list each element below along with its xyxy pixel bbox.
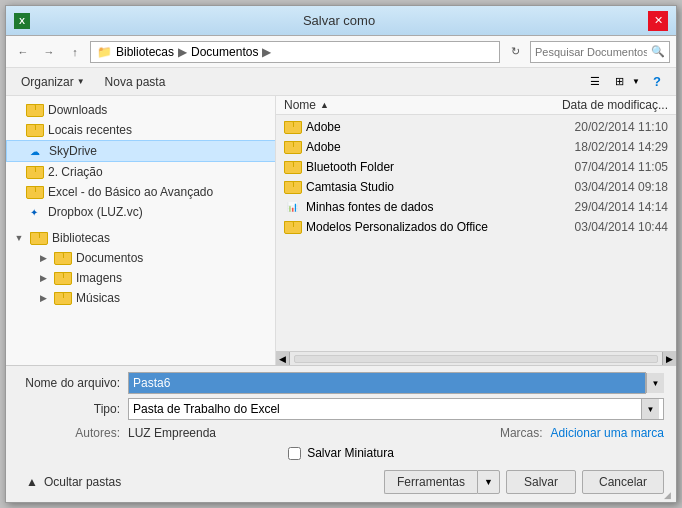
col-date-header[interactable]: Data de modificaç... <box>508 98 668 112</box>
folder-icon-criacao <box>26 166 42 179</box>
organize-button[interactable]: Organizar ▼ <box>14 72 92 92</box>
new-folder-button[interactable]: Nova pasta <box>98 72 173 92</box>
file-date: 18/02/2014 14:29 <box>508 140 668 154</box>
sidebar-label-downloads: Downloads <box>48 103 107 117</box>
file-folder-icon <box>284 141 300 154</box>
sidebar-item-criacao[interactable]: 2. Criação <box>6 162 276 182</box>
sidebar-item-skydrive[interactable]: ☁ SkyDrive <box>6 140 276 162</box>
file-name-bluetooth: Bluetooth Folder <box>306 160 502 174</box>
hide-label: Ocultar pastas <box>44 475 121 489</box>
cancel-label: Cancelar <box>599 475 647 489</box>
sidebar-item-musicas[interactable]: ▶ Músicas <box>6 288 276 308</box>
breadcrumb-part2[interactable]: Documentos <box>191 45 258 59</box>
file-folder-icon <box>284 221 300 234</box>
action-buttons: Ferramentas ▼ Salvar Cancelar <box>135 470 664 494</box>
bottom-area: Nome do arquivo: ▼ Tipo: Pasta de Trabal… <box>6 365 676 502</box>
folder-icon-excel <box>26 186 42 199</box>
save-dialog: X Salvar como ✕ ← → ↑ 📁 Bibliotecas ▶ Do… <box>5 5 677 503</box>
meta-row: Autores: LUZ Empreenda Marcas: Adicionar… <box>18 424 664 442</box>
resize-grip[interactable]: ◢ <box>664 490 674 500</box>
sidebar-item-imagens[interactable]: ▶ Imagens <box>6 268 276 288</box>
sidebar-label-recent: Locais recentes <box>48 123 132 137</box>
horizontal-scrollbar[interactable]: ◀ ▶ <box>276 351 676 365</box>
file-date: 03/04/2014 10:44 <box>508 220 668 234</box>
file-date: 29/04/2014 14:14 <box>508 200 668 214</box>
filetype-label: Tipo: <box>18 402 128 416</box>
sidebar-item-documentos[interactable]: ▶ Documentos <box>6 248 276 268</box>
main-area: Downloads Locais recentes ☁ SkyDrive 2. … <box>6 96 676 365</box>
filetype-arrow-icon[interactable]: ▼ <box>641 399 659 419</box>
sidebar-label-libraries: Bibliotecas <box>52 231 110 245</box>
table-row[interactable]: Adobe 20/02/2014 11:10 <box>276 117 676 137</box>
file-name: Modelos Personalizados do Office <box>306 220 502 234</box>
tools-button[interactable]: Ferramentas <box>384 470 477 494</box>
col-name-label: Nome <box>284 98 316 112</box>
breadcrumb[interactable]: 📁 Bibliotecas ▶ Documentos ▶ <box>90 41 500 63</box>
folder-icon-recent <box>26 124 42 137</box>
refresh-button[interactable]: ↻ <box>504 41 526 63</box>
sidebar-label-excel: Excel - do Básico ao Avançado <box>48 185 213 199</box>
file-folder-icon <box>284 181 300 194</box>
folder-icon-small: 📁 <box>97 45 112 59</box>
filetype-dropdown[interactable]: Pasta de Trabalho do Excel ▼ <box>128 398 664 420</box>
search-input[interactable] <box>535 46 647 58</box>
organize-arrow-icon: ▼ <box>77 77 85 86</box>
authors-value: LUZ Empreenda <box>128 426 216 440</box>
save-label: Salvar <box>524 475 558 489</box>
content-header: Nome ▲ Data de modificaç... <box>276 96 676 115</box>
tree-arrow-musicas: ▶ <box>38 293 48 303</box>
sidebar-label-musicas: Músicas <box>76 291 120 305</box>
forward-button[interactable]: → <box>38 41 60 63</box>
save-thumbnail-checkbox[interactable] <box>288 447 301 460</box>
save-button[interactable]: Salvar <box>506 470 576 494</box>
table-row[interactable]: Modelos Personalizados do Office 03/04/2… <box>276 217 676 237</box>
hide-panel-button[interactable]: ▲ Ocultar pastas <box>18 471 129 493</box>
filename-row: Nome do arquivo: ▼ <box>18 372 664 394</box>
title-bar: X Salvar como ✕ <box>6 6 676 36</box>
col-name-header[interactable]: Nome ▲ <box>284 98 508 112</box>
search-box[interactable]: 🔍 <box>530 41 670 63</box>
table-row[interactable]: Bluetooth Folder 07/04/2014 11:05 <box>276 157 676 177</box>
folder-icon-documentos <box>54 252 70 265</box>
col-date-label: Data de modificaç... <box>562 98 668 112</box>
breadcrumb-separator: ▶ <box>178 45 187 59</box>
up-button[interactable]: ↑ <box>64 41 86 63</box>
help-button[interactable]: ? <box>646 71 668 93</box>
file-name: Adobe <box>306 140 502 154</box>
sidebar-label-documentos: Documentos <box>76 251 143 265</box>
action-row: ▲ Ocultar pastas Ferramentas ▼ Salvar Ca… <box>18 464 664 496</box>
sidebar-item-dropbox[interactable]: ✦ Dropbox (LUZ.vc) <box>6 202 276 222</box>
special-folder-icon: 📊 <box>284 201 300 214</box>
sidebar-item-excel[interactable]: Excel - do Básico ao Avançado <box>6 182 276 202</box>
folder-icon-libraries <box>30 232 46 245</box>
filename-dropdown-arrow[interactable]: ▼ <box>646 373 664 393</box>
view-list-button[interactable]: ☰ <box>584 71 606 93</box>
folder-icon-musicas <box>54 292 70 305</box>
view-details-button[interactable]: ⊞ <box>608 71 630 93</box>
sidebar-label-imagens: Imagens <box>76 271 122 285</box>
table-row[interactable]: Camtasia Studio 03/04/2014 09:18 <box>276 177 676 197</box>
tools-dropdown: Ferramentas ▼ <box>384 470 500 494</box>
filetype-row: Tipo: Pasta de Trabalho do Excel ▼ <box>18 398 664 420</box>
tags-value[interactable]: Adicionar uma marca <box>551 426 664 440</box>
sort-arrow-icon: ▲ <box>320 100 329 110</box>
close-button[interactable]: ✕ <box>648 11 668 31</box>
content-area: Nome ▲ Data de modificaç... Adobe 20/02/… <box>276 96 676 365</box>
table-row[interactable]: 📊 Minhas fontes de dados 29/04/2014 14:1… <box>276 197 676 217</box>
file-date: 07/04/2014 11:05 <box>508 160 668 174</box>
sidebar-item-downloads[interactable]: Downloads <box>6 100 276 120</box>
cancel-button[interactable]: Cancelar <box>582 470 664 494</box>
filename-input[interactable] <box>128 372 646 394</box>
breadcrumb-part1[interactable]: Bibliotecas <box>116 45 174 59</box>
file-date: 20/02/2014 11:10 <box>508 120 668 134</box>
tree-arrow-imagens: ▶ <box>38 273 48 283</box>
view-dropdown-arrow[interactable]: ▼ <box>632 77 640 86</box>
table-row[interactable]: Adobe 18/02/2014 14:29 <box>276 137 676 157</box>
sidebar-label-criacao: 2. Criação <box>48 165 103 179</box>
file-name: Camtasia Studio <box>306 180 502 194</box>
back-button[interactable]: ← <box>12 41 34 63</box>
sidebar-item-recent[interactable]: Locais recentes <box>6 120 276 140</box>
sidebar-item-libraries[interactable]: ▼ Bibliotecas <box>6 228 276 248</box>
tools-arrow-button[interactable]: ▼ <box>477 470 500 494</box>
skydrive-icon: ☁ <box>27 145 43 158</box>
